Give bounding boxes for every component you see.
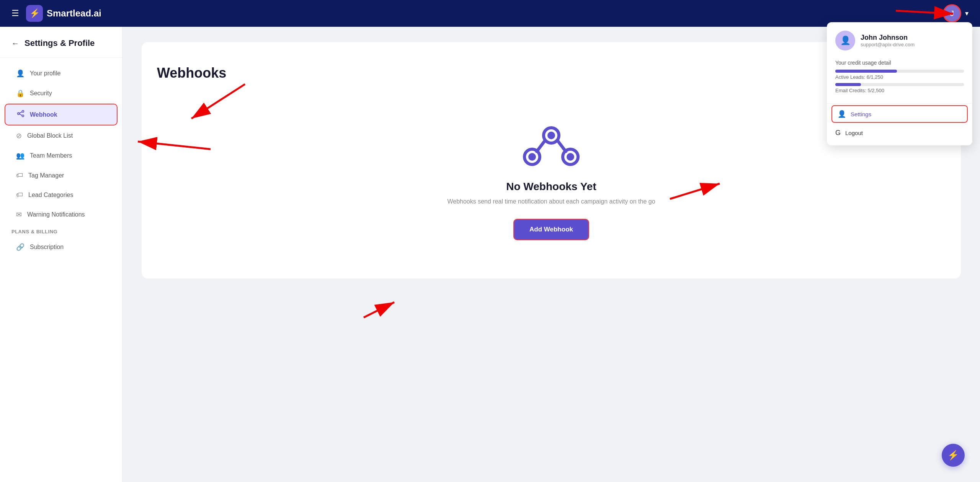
app-name: Smartlead.ai bbox=[47, 8, 101, 19]
dropdown-user-name: John Johnson bbox=[861, 34, 915, 42]
email-credits-label: Email Credits: 5/2,500 bbox=[835, 88, 964, 93]
sidebar-item-team-members[interactable]: 👥 Team Members bbox=[5, 146, 118, 165]
dropdown-settings-item[interactable]: 👤 Settings bbox=[831, 105, 968, 123]
webhook-icon bbox=[17, 110, 24, 119]
svg-line-3 bbox=[19, 112, 22, 113]
sidebar: ← Settings & Profile 👤 Your profile 🔒 Se… bbox=[0, 27, 122, 482]
user-avatar[interactable]: J bbox=[943, 4, 961, 23]
logo-container: ⚡ Smartlead.ai bbox=[26, 5, 101, 22]
sidebar-item-webhook[interactable]: Webhook bbox=[5, 104, 118, 125]
hamburger-icon[interactable]: ☰ bbox=[11, 8, 19, 18]
dropdown-header: 👤 John Johnson support@apix-drive.com bbox=[827, 22, 972, 57]
nav-right: J ▾ bbox=[943, 4, 969, 23]
team-members-icon: 👥 bbox=[16, 151, 24, 160]
security-icon: 🔒 bbox=[16, 89, 24, 98]
nav-left: ☰ ⚡ Smartlead.ai bbox=[11, 5, 101, 22]
dropdown-user-email: support@apix-drive.com bbox=[861, 42, 915, 47]
svg-line-8 bbox=[537, 140, 545, 151]
dropdown-avatar: 👤 bbox=[835, 31, 855, 50]
sidebar-item-label: Lead Categories bbox=[28, 192, 73, 199]
webhook-illustration bbox=[521, 116, 582, 169]
sidebar-item-label: Global Block List bbox=[27, 132, 73, 139]
credit-active-leads: Active Leads: 6/1,250 bbox=[835, 70, 964, 80]
credit-title: Your credit usage detail bbox=[835, 60, 964, 66]
page-title: Settings & Profile bbox=[24, 38, 95, 48]
email-credits-bar-bg bbox=[835, 83, 964, 86]
sidebar-item-label: Warning Notifications bbox=[27, 211, 85, 218]
fab-button[interactable]: ⚡ bbox=[942, 444, 965, 467]
sidebar-item-label: Team Members bbox=[30, 152, 72, 159]
sidebar-item-label: Subscription bbox=[30, 244, 64, 251]
sidebar-item-subscription[interactable]: 🔗 Subscription bbox=[5, 238, 118, 257]
sidebar-item-tag-manager[interactable]: 🏷 Tag Manager bbox=[5, 166, 118, 185]
sidebar-item-security[interactable]: 🔒 Security bbox=[5, 84, 118, 103]
dropdown-user-info: John Johnson support@apix-drive.com bbox=[861, 34, 915, 47]
credit-email: Email Credits: 5/2,500 bbox=[835, 83, 964, 93]
tag-manager-icon: 🏷 bbox=[16, 171, 23, 179]
svg-point-10 bbox=[547, 132, 555, 139]
sidebar-item-warning-notifications[interactable]: ✉ Warning Notifications bbox=[5, 205, 118, 224]
active-leads-bar-bg bbox=[835, 70, 964, 73]
sidebar-item-label: Security bbox=[30, 90, 52, 97]
webhooks-title: Webhooks bbox=[157, 65, 226, 81]
svg-point-11 bbox=[528, 153, 536, 161]
svg-line-4 bbox=[19, 114, 22, 116]
profile-dropdown: 👤 John Johnson support@apix-drive.com Yo… bbox=[827, 22, 972, 145]
sidebar-item-lead-categories[interactable]: 🏷 Lead Categories bbox=[5, 186, 118, 204]
dropdown-divider bbox=[827, 103, 972, 104]
svg-point-12 bbox=[567, 153, 574, 161]
global-block-list-icon: ⊘ bbox=[16, 132, 22, 140]
settings-menu-label: Settings bbox=[851, 111, 871, 117]
empty-title: No Webhooks Yet bbox=[506, 181, 596, 193]
sidebar-item-label: Your profile bbox=[30, 70, 60, 77]
dropdown-logout-item[interactable]: G Logout bbox=[827, 124, 972, 142]
add-webhook-button[interactable]: Add Webhook bbox=[513, 219, 589, 240]
billing-section-label: Plans & Billing bbox=[0, 225, 122, 237]
logout-menu-label: Logout bbox=[845, 130, 863, 136]
dropdown-arrow-icon[interactable]: ▾ bbox=[965, 9, 969, 18]
sidebar-item-label: Tag Manager bbox=[28, 172, 64, 179]
sidebar-item-global-block-list[interactable]: ⊘ Global Block List bbox=[5, 126, 118, 145]
sidebar-item-label: Webhook bbox=[30, 111, 57, 118]
logout-menu-icon: G bbox=[835, 129, 841, 137]
lead-categories-icon: 🏷 bbox=[16, 191, 23, 199]
email-credits-bar-fill bbox=[835, 83, 861, 86]
subscription-icon: 🔗 bbox=[16, 243, 24, 251]
sidebar-item-your-profile[interactable]: 👤 Your profile bbox=[5, 64, 118, 83]
settings-menu-icon: 👤 bbox=[838, 110, 846, 118]
svg-line-9 bbox=[557, 140, 566, 151]
your-profile-icon: 👤 bbox=[16, 69, 24, 78]
active-leads-bar-fill bbox=[835, 70, 897, 73]
credit-section: Your credit usage detail Active Leads: 6… bbox=[827, 57, 972, 102]
empty-desc: Webhooks send real time notification abo… bbox=[447, 198, 655, 205]
back-arrow-icon[interactable]: ← bbox=[11, 39, 19, 48]
logo-icon: ⚡ bbox=[26, 5, 43, 22]
sidebar-page-header: ← Settings & Profile bbox=[0, 38, 122, 58]
warning-notifications-icon: ✉ bbox=[16, 210, 22, 219]
active-leads-label: Active Leads: 6/1,250 bbox=[835, 74, 964, 80]
